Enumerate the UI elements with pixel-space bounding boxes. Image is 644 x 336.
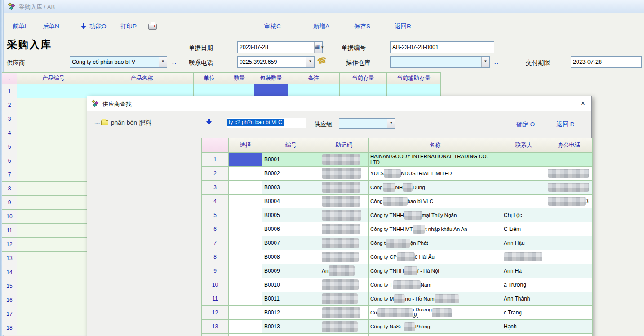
toolbar-button-n[interactable]: 后单N	[43, 22, 59, 31]
supplier-code[interactable]: B0003	[262, 181, 320, 195]
supplier-code[interactable]: B0006	[262, 222, 320, 236]
toolbar-button-a[interactable]: 新增A	[313, 22, 329, 31]
supplier-mnemonic[interactable]	[320, 236, 369, 250]
supplier-contact[interactable]: c Trang	[502, 306, 546, 320]
supplier-mnemonic[interactable]	[320, 306, 369, 320]
grid-cell[interactable]	[17, 279, 90, 293]
toolbar-button-c[interactable]: 审核C	[264, 22, 281, 31]
grid-cell[interactable]	[17, 126, 90, 140]
supplier-mnemonic[interactable]	[320, 208, 369, 222]
supplier-row[interactable]: 4B0004Công bao bì VLC3	[202, 195, 593, 208]
supplier-office-phone[interactable]: 3	[546, 195, 593, 208]
supplier-row[interactable]: 5B0005Công ty TNHH mại Thùy NgânChị Lộc	[202, 208, 593, 222]
supplier-group-combo[interactable]: ▼	[339, 118, 395, 129]
supplier-row[interactable]: 7B0007Công tận PhátAnh Hậu	[202, 236, 593, 250]
supplier-name[interactable]: Công tận Phát	[369, 236, 502, 250]
grid-cell[interactable]	[17, 252, 90, 265]
phone-icon[interactable]: ☎	[316, 55, 328, 66]
supplier-office-phone[interactable]	[546, 250, 593, 264]
select-cell[interactable]	[229, 181, 262, 195]
select-cell[interactable]	[229, 320, 262, 334]
supplier-name[interactable]: YULS NDUSTRIAL LIMITED	[369, 167, 502, 181]
toolbar-button-printer[interactable]	[148, 22, 157, 31]
supplier-name[interactable]: Công NH Dũng	[369, 181, 502, 195]
supplier-contact[interactable]	[502, 334, 546, 336]
grid-cell[interactable]	[17, 307, 90, 321]
grid-cell[interactable]	[17, 293, 90, 307]
supplier-name[interactable]: Công ty Mng - Hồ Nam	[369, 292, 502, 306]
supplier-code[interactable]: B0009	[262, 264, 320, 278]
toolbar-button-l[interactable]: 前单L	[13, 22, 28, 31]
grid-cell[interactable]	[17, 98, 90, 112]
supplier-contact[interactable]: Hạnh	[502, 320, 546, 334]
supplier-code[interactable]: B0010	[262, 278, 320, 292]
supplier-code[interactable]: B0005	[262, 208, 320, 222]
search-arrow-icon[interactable]	[206, 119, 212, 125]
supplier-contact[interactable]: Anh Thành	[502, 292, 546, 306]
supplier-contact[interactable]	[502, 181, 546, 195]
selected-cell[interactable]	[229, 153, 262, 167]
supplier-mnemonic[interactable]	[320, 278, 369, 292]
supplier-mnemonic[interactable]	[320, 153, 369, 167]
supplier-combo[interactable]: Công ty cổ phần bao bì V ▼	[70, 56, 167, 68]
grid-cell[interactable]	[17, 112, 90, 126]
select-cell[interactable]	[229, 334, 262, 336]
supplier-row[interactable]	[202, 334, 593, 336]
supplier-contact[interactable]: a Trường	[502, 278, 546, 292]
supplier-code[interactable]: B0002	[262, 167, 320, 181]
select-cell[interactable]	[229, 264, 262, 278]
supplier-office-phone[interactable]	[546, 236, 593, 250]
supplier-office-phone[interactable]	[546, 278, 593, 292]
supplier-office-phone[interactable]	[546, 292, 593, 306]
supplier-office-phone[interactable]	[546, 334, 593, 336]
grid-cell[interactable]	[17, 182, 90, 196]
supplier-code[interactable]: B0001	[262, 153, 320, 167]
toolbar-button-p[interactable]: 打印P	[120, 22, 137, 31]
deadline-input[interactable]: 2023-07-28	[571, 56, 642, 68]
supplier-office-phone[interactable]	[546, 222, 593, 236]
toolbar-button-o[interactable]: 功能O	[81, 22, 107, 31]
toolbar-button-s[interactable]: 保存S	[354, 22, 370, 31]
supplier-name[interactable]	[369, 334, 502, 336]
supplier-code[interactable]	[262, 334, 320, 336]
supplier-contact[interactable]: Anh Hậu	[502, 236, 546, 250]
supplier-mnemonic[interactable]	[320, 320, 369, 334]
select-cell[interactable]	[229, 167, 262, 181]
supplier-mnemonic[interactable]	[320, 250, 369, 264]
supplier-name[interactable]: Công ty T Nam	[369, 278, 502, 292]
grid-cell[interactable]	[17, 140, 90, 154]
phone-combo[interactable]: 0225.3929.659 ▼	[237, 56, 315, 68]
supplier-row[interactable]: 8B0008Công ty CPế Hải Âu	[202, 250, 593, 264]
select-cell[interactable]	[229, 250, 262, 264]
tree-node-fertilizer[interactable]: ·····phân bón 肥料	[94, 119, 151, 127]
doc-date-picker[interactable]: 2023-07-28 ▼	[237, 41, 323, 53]
supplier-row[interactable]: 9B0009An Công ty TNHH í - Hà NộiAnh Hà	[202, 264, 593, 278]
select-cell[interactable]	[229, 278, 262, 292]
supplier-contact[interactable]: C Liêm	[502, 222, 546, 236]
grid-cell[interactable]	[17, 224, 90, 238]
grid-cell[interactable]	[17, 238, 90, 252]
supplier-contact[interactable]	[502, 195, 546, 208]
supplier-mnemonic[interactable]	[320, 167, 369, 181]
grid-cell[interactable]	[17, 154, 90, 168]
chevron-down-icon[interactable]: ▼	[159, 57, 167, 67]
supplier-name[interactable]: Công ty TNHH í - Hà Nội	[369, 264, 502, 278]
supplier-name[interactable]: Côi Dương 从	[369, 306, 502, 320]
supplier-name[interactable]: Công ty TNHH mại Thùy Ngân	[369, 208, 502, 222]
chevron-down-icon[interactable]: ▼	[306, 57, 314, 67]
supplier-row[interactable]: 2B0002YULS NDUSTRIAL LIMITED	[202, 167, 593, 181]
supplier-contact[interactable]: Anh Hà	[502, 264, 546, 278]
doc-no-input[interactable]: AB-23-07-28-0001	[390, 41, 494, 53]
supplier-contact[interactable]	[502, 250, 546, 264]
select-cell[interactable]	[229, 292, 262, 306]
supplier-search-input[interactable]: ty c? ph?n bao bì VLC	[227, 118, 306, 128]
calendar-dropdown-icon[interactable]: ▼	[314, 42, 322, 53]
supplier-office-phone[interactable]	[546, 320, 593, 334]
close-icon[interactable]: ×	[581, 99, 585, 108]
supplier-row[interactable]: 12B0012Côi Dương 从c Trang	[202, 306, 593, 320]
supplier-name[interactable]: Công bao bì VLC	[369, 195, 502, 208]
grid-cell[interactable]	[17, 196, 90, 210]
supplier-code[interactable]: B0011	[262, 292, 320, 306]
supplier-row[interactable]: 13B0013Công ty NaSi - PhòngHạnh	[202, 320, 593, 334]
supplier-row[interactable]: 10B0010Công ty T Nama Trường	[202, 278, 593, 292]
